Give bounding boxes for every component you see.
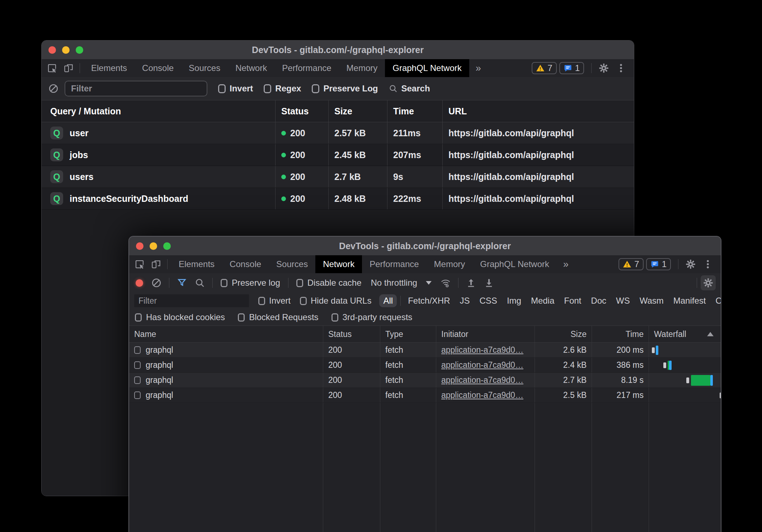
zoom-button[interactable] <box>163 242 171 250</box>
warnings-badge[interactable]: 7 <box>618 258 643 270</box>
more-tabs-button[interactable]: » <box>469 59 488 77</box>
initiator-link[interactable]: application-a7ca9d0… <box>441 390 523 400</box>
close-button[interactable] <box>136 242 144 250</box>
graphql-request-row[interactable]: Q jobs 200 2.45 kB 207ms https://gitlab.… <box>42 144 634 166</box>
device-toolbar-icon[interactable] <box>151 259 161 270</box>
minimize-button[interactable] <box>150 242 157 250</box>
title-bar[interactable]: DevTools - gitlab.com/-/graphql-explorer <box>129 237 721 255</box>
invert-checkbox[interactable] <box>218 84 226 93</box>
waterfall-bars[interactable] <box>649 373 721 388</box>
preserve-log-checkbox-group[interactable]: Preserve Log <box>312 84 378 94</box>
initiator-link[interactable]: application-a7ca9d0… <box>441 360 523 370</box>
initiator-link[interactable]: application-a7ca9d0… <box>441 345 523 355</box>
clear-network-log-icon[interactable] <box>151 277 162 288</box>
network-settings-button[interactable] <box>701 275 716 290</box>
disable-cache-checkbox[interactable] <box>296 279 303 287</box>
network-request-row[interactable]: graphql 200 fetch application-a7ca9d0… 2… <box>129 388 721 403</box>
preserve-log-checkbox[interactable] <box>312 84 319 93</box>
network-request-row[interactable]: graphql 200 fetch application-a7ca9d0… 2… <box>129 373 721 388</box>
title-bar[interactable]: DevTools - gitlab.com/-/graphql-explorer <box>42 41 634 59</box>
waterfall-bars[interactable] <box>649 388 721 403</box>
network-request-row[interactable]: graphql 200 fetch application-a7ca9d0… 2… <box>129 343 721 358</box>
type-chip-all-selected[interactable]: All <box>379 294 397 307</box>
devtools-tab[interactable]: Performance <box>274 59 339 77</box>
export-har-icon[interactable] <box>484 277 494 288</box>
inspect-element-icon[interactable] <box>47 63 57 73</box>
column-header-size[interactable]: Size <box>535 326 592 342</box>
third-party-requests-checkbox-group[interactable]: 3rd-party requests <box>331 312 413 322</box>
graphql-request-row[interactable]: Q users 200 2.7 kB 9s https://gitlab.com… <box>42 166 634 188</box>
type-chip[interactable]: Other <box>715 296 721 306</box>
column-header-time[interactable]: Time <box>592 326 649 342</box>
settings-gear-icon[interactable] <box>685 259 696 270</box>
devtools-tab[interactable]: GraphQL Network <box>472 255 557 273</box>
devtools-tab[interactable]: Memory <box>339 59 385 77</box>
type-chip[interactable]: Font <box>564 296 581 306</box>
devtools-tab[interactable]: Console <box>135 59 181 77</box>
waterfall-bars[interactable] <box>649 343 721 357</box>
zoom-button[interactable] <box>76 46 83 54</box>
regex-checkbox-group[interactable]: Regex <box>264 84 301 94</box>
devtools-tab[interactable]: Sources <box>269 255 315 273</box>
column-header-time[interactable]: Time <box>387 100 442 122</box>
has-blocked-cookies-checkbox-group[interactable]: Has blocked cookies <box>135 312 225 322</box>
waterfall-bars[interactable] <box>649 358 721 372</box>
kebab-menu-icon[interactable] <box>702 259 713 270</box>
type-chip[interactable]: CSS <box>480 296 497 306</box>
row-checkbox[interactable] <box>134 391 141 399</box>
more-tabs-button[interactable]: » <box>557 255 575 273</box>
devtools-tab[interactable]: Performance <box>362 255 426 273</box>
device-toolbar-icon[interactable] <box>63 63 74 73</box>
filter-funnel-icon[interactable] <box>177 277 187 288</box>
devtools-tab[interactable]: Elements <box>171 255 222 273</box>
type-chip[interactable]: Img <box>507 296 521 306</box>
column-header-url[interactable]: URL <box>442 100 634 122</box>
initiator-link[interactable]: application-a7ca9d0… <box>441 375 523 385</box>
preserve-log-checkbox-group[interactable]: Preserve log <box>221 278 280 288</box>
filter-input[interactable] <box>65 81 207 96</box>
invert-checkbox-group[interactable]: Invert <box>258 296 291 306</box>
devtools-tab[interactable]: Network <box>315 255 362 273</box>
column-header-type[interactable]: Type <box>380 326 436 342</box>
row-checkbox[interactable] <box>134 346 141 354</box>
type-chip[interactable]: JS <box>460 296 470 306</box>
kebab-menu-icon[interactable] <box>616 63 626 73</box>
type-chip[interactable]: WS <box>616 296 630 306</box>
hide-data-urls-checkbox[interactable] <box>300 297 307 305</box>
close-button[interactable] <box>48 46 56 54</box>
devtools-tab[interactable]: Network <box>228 59 274 77</box>
network-request-row[interactable]: graphql 200 fetch application-a7ca9d0… 2… <box>129 358 721 373</box>
graphql-request-row[interactable]: Q user 200 2.57 kB 211ms https://gitlab.… <box>42 122 634 144</box>
minimize-button[interactable] <box>62 46 70 54</box>
column-header-initiator[interactable]: Initiator <box>436 326 535 342</box>
inspect-element-icon[interactable] <box>134 259 145 270</box>
record-network-log-button[interactable] <box>136 279 143 287</box>
search-button[interactable]: Search <box>389 84 430 94</box>
column-header-status[interactable]: Status <box>275 100 328 122</box>
row-checkbox[interactable] <box>134 376 141 384</box>
throttling-dropdown[interactable]: No throttling <box>371 278 431 288</box>
devtools-tab[interactable]: Console <box>222 255 269 273</box>
column-header-size[interactable]: Size <box>328 100 387 122</box>
devtools-tab[interactable]: Elements <box>84 59 135 77</box>
issues-badge[interactable]: 1 <box>646 258 671 270</box>
devtools-tab[interactable]: GraphQL Network <box>385 59 469 77</box>
third-party-requests-checkbox[interactable] <box>331 313 338 322</box>
column-header-query[interactable]: Query / Mutation <box>42 100 275 122</box>
disable-cache-checkbox-group[interactable]: Disable cache <box>296 278 362 288</box>
invert-checkbox-group[interactable]: Invert <box>218 84 253 94</box>
column-header-status[interactable]: Status <box>323 326 380 342</box>
type-chip[interactable]: Fetch/XHR <box>408 296 450 306</box>
settings-gear-icon[interactable] <box>598 63 609 73</box>
row-checkbox[interactable] <box>134 361 141 369</box>
search-icon[interactable] <box>194 277 205 288</box>
blocked-requests-checkbox-group[interactable]: Blocked Requests <box>238 312 318 322</box>
graphql-request-row[interactable]: Q instanceSecurityDashboard 200 2.48 kB … <box>42 188 634 210</box>
filter-input[interactable] <box>134 294 249 307</box>
invert-checkbox[interactable] <box>258 297 265 305</box>
column-header-name[interactable]: Name <box>129 326 323 342</box>
has-blocked-cookies-checkbox[interactable] <box>135 313 142 322</box>
type-chip[interactable]: Media <box>531 296 554 306</box>
column-header-waterfall[interactable]: Waterfall <box>649 326 721 342</box>
devtools-tab[interactable]: Memory <box>427 255 473 273</box>
